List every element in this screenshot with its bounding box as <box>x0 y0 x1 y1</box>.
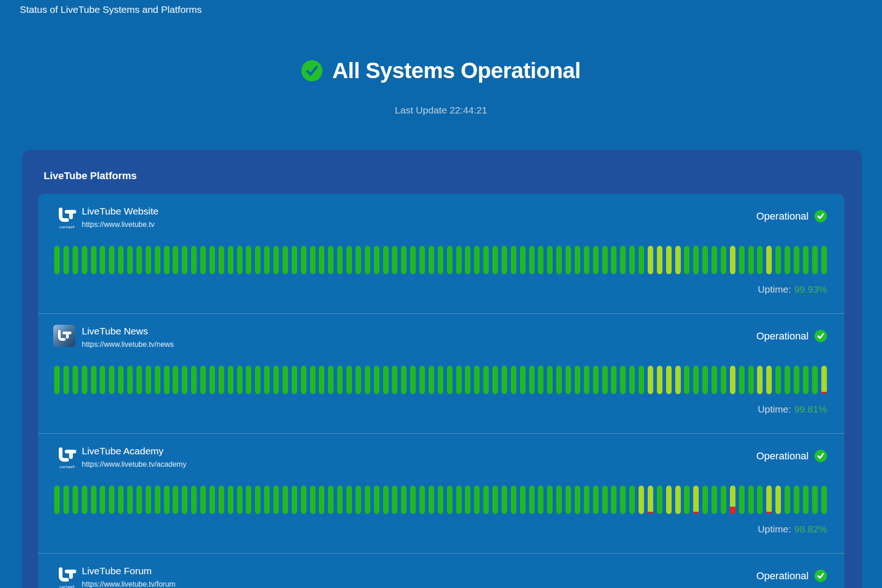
uptime-bar[interactable] <box>648 366 653 394</box>
uptime-bar[interactable] <box>219 246 224 274</box>
uptime-bar[interactable] <box>675 246 681 274</box>
uptime-bar[interactable] <box>410 486 416 514</box>
uptime-bar[interactable] <box>200 366 206 394</box>
uptime-bar[interactable] <box>155 366 160 394</box>
uptime-bar[interactable] <box>502 366 507 394</box>
uptime-bar[interactable] <box>520 246 526 274</box>
uptime-bar[interactable] <box>620 486 626 514</box>
uptime-bar[interactable] <box>255 486 260 514</box>
uptime-bar[interactable] <box>237 366 243 394</box>
uptime-bar[interactable] <box>374 486 379 514</box>
uptime-bar[interactable] <box>73 246 78 274</box>
uptime-bar[interactable] <box>54 246 60 274</box>
uptime-bar[interactable] <box>146 246 151 274</box>
uptime-bar[interactable] <box>173 246 178 274</box>
uptime-bar[interactable] <box>757 366 763 394</box>
uptime-bar[interactable] <box>684 486 690 514</box>
uptime-bar[interactable] <box>556 366 562 394</box>
uptime-bar[interactable] <box>483 246 489 274</box>
uptime-bar[interactable] <box>529 486 535 514</box>
uptime-bar[interactable] <box>337 486 343 514</box>
uptime-bar[interactable] <box>319 246 324 274</box>
uptime-bar[interactable] <box>803 246 808 274</box>
uptime-bar[interactable] <box>410 366 416 394</box>
uptime-bar[interactable] <box>401 366 407 394</box>
uptime-bar[interactable] <box>629 366 635 394</box>
uptime-bar[interactable] <box>730 366 735 394</box>
uptime-bar[interactable] <box>794 486 799 514</box>
uptime-bar[interactable] <box>301 366 306 394</box>
uptime-bar[interactable] <box>310 246 316 274</box>
uptime-bar[interactable] <box>593 366 599 394</box>
uptime-bar[interactable] <box>200 246 206 274</box>
uptime-bar[interactable] <box>383 246 389 274</box>
uptime-bar[interactable] <box>109 246 114 274</box>
uptime-bar[interactable] <box>739 246 745 274</box>
uptime-bar[interactable] <box>712 366 717 394</box>
uptime-bar[interactable] <box>328 366 334 394</box>
platform-url[interactable]: https://www.livetube.tv/forum <box>82 580 175 588</box>
uptime-bar[interactable] <box>255 366 260 394</box>
uptime-bar[interactable] <box>465 366 470 394</box>
uptime-bar[interactable] <box>337 366 343 394</box>
uptime-bar[interactable] <box>803 486 808 514</box>
uptime-bar[interactable] <box>575 366 580 394</box>
uptime-bar[interactable] <box>666 486 672 514</box>
uptime-bar[interactable] <box>273 246 279 274</box>
uptime-bar[interactable] <box>730 246 735 274</box>
uptime-bar[interactable] <box>465 246 470 274</box>
uptime-bar[interactable] <box>666 366 672 394</box>
uptime-bar[interactable] <box>328 246 334 274</box>
platform-url[interactable]: https://www.livetube.tv/academy <box>82 460 187 469</box>
uptime-bar[interactable] <box>620 246 626 274</box>
uptime-bar[interactable] <box>401 486 407 514</box>
uptime-bar[interactable] <box>82 366 87 394</box>
uptime-bar[interactable] <box>328 486 334 514</box>
uptime-bar[interactable] <box>556 246 562 274</box>
uptime-bar[interactable] <box>136 486 142 514</box>
uptime-bar[interactable] <box>721 246 726 274</box>
uptime-bar[interactable] <box>757 486 763 514</box>
uptime-bar[interactable] <box>648 486 653 514</box>
uptime-bar[interactable] <box>273 486 279 514</box>
uptime-bar[interactable] <box>237 246 243 274</box>
uptime-bar[interactable] <box>538 246 543 274</box>
uptime-bar[interactable] <box>200 486 206 514</box>
uptime-bar[interactable] <box>456 366 462 394</box>
uptime-bar[interactable] <box>629 246 635 274</box>
uptime-bar[interactable] <box>629 486 635 514</box>
uptime-bar[interactable] <box>164 246 170 274</box>
uptime-bar[interactable] <box>748 366 754 394</box>
uptime-bar[interactable] <box>794 246 799 274</box>
uptime-bar[interactable] <box>127 486 133 514</box>
uptime-bar[interactable] <box>146 366 151 394</box>
uptime-bar[interactable] <box>785 246 790 274</box>
uptime-bar[interactable] <box>748 246 754 274</box>
uptime-bar[interactable] <box>821 366 827 394</box>
uptime-bar[interactable] <box>556 486 562 514</box>
uptime-bar[interactable] <box>273 366 279 394</box>
uptime-bar[interactable] <box>438 366 443 394</box>
uptime-bar[interactable] <box>803 366 808 394</box>
uptime-bar[interactable] <box>739 366 745 394</box>
uptime-bar[interactable] <box>410 246 416 274</box>
uptime-bar[interactable] <box>511 246 516 274</box>
uptime-bar[interactable] <box>593 246 599 274</box>
uptime-bar[interactable] <box>283 486 288 514</box>
uptime-bar[interactable] <box>584 486 589 514</box>
uptime-bar[interactable] <box>310 366 316 394</box>
uptime-bar[interactable] <box>438 486 443 514</box>
uptime-bar[interactable] <box>346 366 352 394</box>
uptime-bar[interactable] <box>502 486 507 514</box>
uptime-bar[interactable] <box>283 366 288 394</box>
uptime-bar[interactable] <box>228 246 233 274</box>
uptime-bar[interactable] <box>118 366 124 394</box>
uptime-bar[interactable] <box>91 486 96 514</box>
uptime-bar[interactable] <box>602 246 608 274</box>
uptime-bar[interactable] <box>639 366 644 394</box>
uptime-bar[interactable] <box>565 246 571 274</box>
uptime-bar[interactable] <box>209 486 215 514</box>
uptime-bar[interactable] <box>219 366 224 394</box>
uptime-bar[interactable] <box>821 486 827 514</box>
uptime-bar[interactable] <box>575 246 580 274</box>
